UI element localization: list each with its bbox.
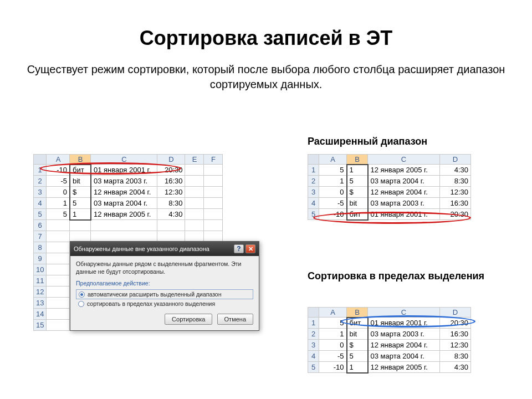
cell[interactable]: 12 января 2005 г. [368, 165, 440, 176]
cell[interactable] [185, 231, 204, 242]
radio-expand-range[interactable]: автоматически расширить выделенный диапа… [76, 289, 253, 299]
row-header[interactable]: 5 [308, 362, 319, 373]
row-header[interactable]: 5 [308, 209, 319, 220]
row-header[interactable]: 4 [34, 198, 47, 209]
cell[interactable] [47, 275, 70, 287]
cell[interactable] [91, 220, 157, 231]
cell[interactable]: -5 [319, 198, 347, 209]
cell[interactable] [47, 220, 70, 231]
cell[interactable]: 12 января 2004 г. [368, 340, 440, 351]
row-header[interactable]: 2 [34, 176, 47, 187]
cell[interactable]: 5 [319, 318, 347, 329]
cell[interactable]: 0 [319, 187, 347, 198]
row-header[interactable]: 1 [308, 165, 319, 176]
row-header[interactable]: 12 [34, 287, 47, 298]
cell[interactable] [204, 209, 223, 220]
row-header[interactable]: 13 [34, 298, 47, 309]
cell[interactable] [47, 253, 70, 264]
cell[interactable]: -10 [319, 362, 347, 373]
cell[interactable]: 03 марта 2004 г. [368, 351, 440, 362]
cell[interactable] [185, 165, 204, 176]
cell[interactable]: bit [347, 329, 368, 340]
cell[interactable]: bit [70, 176, 91, 187]
row-header[interactable]: 4 [308, 198, 319, 209]
cell[interactable] [47, 287, 70, 298]
cell[interactable]: $ [70, 187, 91, 198]
cell[interactable]: -10 [319, 209, 347, 220]
col-C[interactable]: C [368, 155, 440, 165]
row-header[interactable]: 3 [34, 187, 47, 198]
cell[interactable] [70, 231, 91, 242]
col-F[interactable]: F [204, 155, 223, 165]
col-D[interactable]: D [157, 155, 185, 165]
cell[interactable] [204, 198, 223, 209]
cell[interactable]: 01 января 2001 г. [91, 165, 157, 176]
close-button[interactable]: ✕ [245, 244, 255, 253]
row-header[interactable]: 1 [34, 165, 47, 176]
cell[interactable]: 20:30 [440, 318, 471, 329]
cell[interactable]: 5 [70, 198, 91, 209]
cell[interactable]: 12 января 2005 г. [91, 209, 157, 220]
cell[interactable] [47, 298, 70, 309]
cell[interactable]: 5 [347, 176, 368, 187]
cell[interactable]: -5 [47, 176, 70, 187]
cell[interactable]: -10 [47, 165, 70, 176]
cell[interactable]: 20:30 [157, 165, 185, 176]
col-C[interactable]: C [91, 155, 157, 165]
row-header[interactable]: 14 [34, 309, 47, 320]
cell[interactable]: 20:30 [440, 209, 471, 220]
cell[interactable]: 8:30 [440, 351, 471, 362]
cell[interactable] [185, 187, 204, 198]
help-button[interactable]: ? [234, 244, 244, 253]
cell[interactable]: 12 января 2004 г. [368, 187, 440, 198]
cell[interactable]: 12:30 [440, 187, 471, 198]
cell[interactable]: 03 марта 2003 г. [368, 198, 440, 209]
cell[interactable] [204, 176, 223, 187]
cell[interactable] [47, 242, 70, 253]
cell[interactable] [204, 220, 223, 231]
sort-button[interactable]: Сортировка [165, 314, 212, 325]
col-B[interactable]: B [347, 308, 368, 318]
cell[interactable]: -5 [319, 351, 347, 362]
cell[interactable] [185, 176, 204, 187]
cell[interactable]: бит [347, 318, 368, 329]
row-header[interactable]: 2 [308, 176, 319, 187]
col-A[interactable]: A [47, 155, 70, 165]
cell[interactable]: 03 марта 2003 г. [368, 329, 440, 340]
cell[interactable]: 12 января 2004 г. [91, 187, 157, 198]
cell[interactable]: 1 [319, 176, 347, 187]
cell[interactable] [157, 220, 185, 231]
cell[interactable] [91, 231, 157, 242]
cell[interactable]: 1 [47, 198, 70, 209]
cell[interactable]: 01 января 2001 г. [368, 318, 440, 329]
cell[interactable] [47, 264, 70, 275]
cell[interactable] [70, 220, 91, 231]
corner-cell[interactable] [34, 155, 47, 165]
row-header[interactable]: 4 [308, 351, 319, 362]
cell[interactable]: 4:30 [440, 165, 471, 176]
cell[interactable]: 12:30 [157, 187, 185, 198]
cell[interactable] [204, 165, 223, 176]
cell[interactable]: бит [347, 209, 368, 220]
cell[interactable]: 5 [47, 209, 70, 220]
cell[interactable]: 4:30 [440, 362, 471, 373]
row-header[interactable]: 1 [308, 318, 319, 329]
cell[interactable]: bit [347, 198, 368, 209]
corner-cell[interactable] [308, 155, 319, 165]
cell[interactable]: 03 марта 2004 г. [91, 198, 157, 209]
cell[interactable]: 16:30 [157, 176, 185, 187]
cell[interactable] [204, 187, 223, 198]
col-C[interactable]: C [368, 308, 440, 318]
cell[interactable] [47, 320, 70, 331]
cell[interactable] [185, 209, 204, 220]
cell[interactable]: 8:30 [440, 176, 471, 187]
cell[interactable] [204, 231, 223, 242]
row-header[interactable]: 9 [34, 253, 47, 264]
col-D[interactable]: D [440, 155, 471, 165]
cell[interactable]: 03 марта 2004 г. [368, 176, 440, 187]
col-A[interactable]: A [319, 308, 347, 318]
col-A[interactable]: A [319, 155, 347, 165]
row-header[interactable]: 11 [34, 275, 47, 287]
row-header[interactable]: 2 [308, 329, 319, 340]
cell[interactable] [47, 231, 70, 242]
